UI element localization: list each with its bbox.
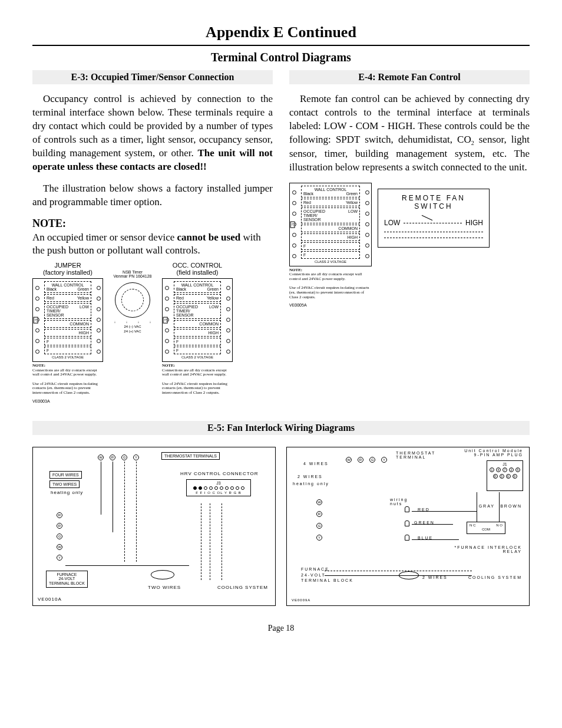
e3-heading: E-3: Occupied Timer/Sensor Connection	[32, 70, 273, 84]
tbn-1-e4: Connections are all dry contacts except …	[289, 272, 372, 281]
tb-low-l: LOW	[80, 305, 89, 317]
tb-occ-e4: OCCUPIED TIMER/ SENSOR	[303, 209, 325, 222]
columns-e3-e4: E-3: Occupied Timer/Sensor Connection Oc…	[32, 70, 530, 403]
tb-wall-e4: WALL CONTROL	[303, 187, 358, 192]
rs-track-1	[384, 232, 483, 233]
e5-diagram-right: W R G Y THERMOSTAT TERMINAL Unit Control…	[286, 447, 530, 606]
e4-para: Remote fan control can be achieved by co…	[289, 93, 530, 174]
fscrew-g: G	[57, 533, 62, 539]
heating-l: heating only	[51, 490, 83, 495]
e3-para1: Occupancy control is achieved by connect…	[32, 93, 273, 174]
furn1-r: FURNACE	[301, 566, 353, 572]
four-wires-l: FOUR WIRES	[49, 471, 82, 479]
brown-r: BROWN	[500, 504, 522, 508]
e3-note-b: cannot be used	[177, 232, 240, 243]
tb-yellow-l: Yellow	[77, 296, 89, 300]
fig-r: VE0009A	[292, 598, 310, 602]
jumper-label-2: (factory installed)	[32, 269, 103, 276]
tbn-2-r: Use of 24VAC circuit requires isolating …	[162, 382, 233, 396]
thermo-label-r: THERMOSTAT TERMINAL	[396, 451, 437, 459]
e3-note-body: An occupied timer or sensor device canno…	[32, 231, 273, 257]
e3-para2-text: The illustration below shows a factory i…	[32, 182, 273, 209]
e3-diagram-jumper: JUMPER (factory installed) J1 WALL CONTR…	[32, 262, 103, 403]
screw-w: W	[98, 454, 104, 460]
tb-class2-l: CLASS 2 VOLTAGE	[44, 355, 91, 359]
e5-diagram-left: W R G Y THERMOSTAT TERMINALS FOUR WIRES …	[32, 447, 276, 606]
col-e4: E-4: Remote Fan Control Remote fan contr…	[289, 70, 530, 403]
fig-l: VE0010A	[38, 597, 62, 602]
gray-r: GRAY	[479, 504, 495, 508]
screw-y: Y	[133, 454, 139, 460]
ucm2: 9-PIN AMP PLUG	[464, 453, 523, 457]
tb-f1-e4: F	[301, 242, 360, 250]
relay-r: *FURNACE INTERLOCK RELAY	[451, 545, 522, 554]
cooling-l: COOLING SYSTEM	[217, 585, 268, 590]
timer-icon	[115, 282, 150, 318]
fscrew-r: R	[57, 512, 62, 518]
tbn-2-l: Use of 24VAC circuit requires isolating …	[32, 382, 103, 396]
heating-r: heating only	[293, 482, 329, 486]
rs-title: REMOTE FAN SWITCH	[384, 194, 483, 210]
timer-leg-b: 24 (+) VAC	[124, 330, 141, 333]
furn3-l: TERMINAL BLOCK	[49, 581, 85, 586]
e5-wiring-row: W R G Y THERMOSTAT TERMINALS FOUR WIRES …	[32, 447, 530, 606]
rscrew-r: R	[358, 457, 363, 463]
furn2-l: 24-VOLT	[49, 577, 85, 581]
e5-heading: E-5: Fan Interlock Wiring Diagrams	[32, 421, 530, 435]
col-e3: E-3: Occupied Timer/Sensor Connection Oc…	[32, 70, 273, 403]
hrv-label: HRV CONTROL CONNECTOR	[180, 471, 258, 476]
thermo-label-l: THERMOSTAT TERMINALS	[161, 452, 220, 460]
terminal-block-e4: J1 WALL CONTROLBlackGreen RedYellow OCCU…	[289, 183, 372, 266]
j3-label: J3	[189, 481, 248, 485]
tb-common-l: COMMON	[44, 320, 91, 328]
tb-occ-r: OCCUPIED TIMER/ SENSOR	[176, 305, 193, 317]
rs-low: LOW	[384, 219, 400, 227]
rs-swline	[404, 223, 462, 223]
tb-wall-l: WALL CONTROL	[47, 283, 89, 287]
e3-diagram-row: JUMPER (factory installed) J1 WALL CONTR…	[32, 262, 273, 403]
tb-f1-l: F	[44, 338, 91, 345]
tb-class2-e4: CLASS 2 VOLTAGE	[301, 260, 360, 263]
tb-green-l: Green	[78, 287, 89, 291]
e3-note-a: An occupied timer or sensor device	[32, 232, 177, 243]
e3-note-head: NOTE:	[32, 218, 273, 230]
fscrew-w: W	[57, 544, 62, 550]
rscrew-y: Y	[381, 457, 387, 463]
no-r: N O	[496, 523, 503, 528]
occ-label-2: (field installed)	[162, 269, 233, 276]
e4-diagram-wrap: J1 WALL CONTROLBlackGreen RedYellow OCCU…	[289, 183, 530, 308]
e4-heading: E-4: Remote Fan Control	[289, 70, 530, 84]
tb-note-r: NOTE: Connections are all dry contacts e…	[162, 364, 233, 396]
tb-f1-r: F	[174, 338, 221, 345]
remote-fan-switch: REMOTE FAN SWITCH LOW HIGH	[378, 189, 490, 248]
tb-red-l: Red	[47, 296, 54, 300]
occ-label-1: OCC. CONTROL	[162, 262, 233, 269]
tb-high-r: HIGH	[174, 329, 221, 337]
page-footer: Page 18	[32, 624, 530, 633]
twires-l: TWO WIRES	[148, 585, 181, 590]
tb-occ-l: OCCUPIED TIMER/ SENSOR	[47, 305, 64, 317]
timer-cap-2: Venmar PN 1604128	[109, 274, 156, 279]
two-r: 2 WIRES	[297, 475, 323, 479]
j1-label-e4: J1	[290, 221, 295, 228]
tb-class2-r: CLASS 2 VOLTAGE	[174, 355, 221, 359]
tb-common-e4: COMMON	[301, 225, 360, 232]
rscrew-g: G	[369, 457, 375, 463]
tb-black-l: Black	[47, 287, 57, 291]
tb-f2-l: F	[44, 347, 91, 354]
tb-common-r: COMMON	[174, 320, 221, 328]
rscrew-w: W	[346, 457, 352, 463]
nuts-r: wiring nuts	[390, 498, 414, 506]
nc-r: N C	[470, 523, 475, 528]
e3-diagram-timer: NSB Timer Venmar PN 1604128 ↓↓↓↓ 24 (–) …	[109, 262, 156, 403]
hrv-pin-labels: F F I O C OL Y R G B	[189, 491, 248, 495]
terminal-block-left: J1 WALL CONTROLBlackGreen RedYellow OCCU…	[32, 278, 103, 362]
tb-green-r: Green	[207, 287, 219, 291]
timer-leg-a: 24 (–) VAC	[124, 325, 141, 328]
tb-f2-r: F	[174, 347, 221, 354]
two-wires-l: TWO WIRES	[49, 480, 80, 488]
furn1-l: FURNACE	[49, 572, 85, 577]
tb-low-r: LOW	[209, 305, 219, 317]
cooling-r: COOLING SYSTEM	[468, 575, 522, 579]
tb-red-e4: Red	[303, 200, 311, 205]
